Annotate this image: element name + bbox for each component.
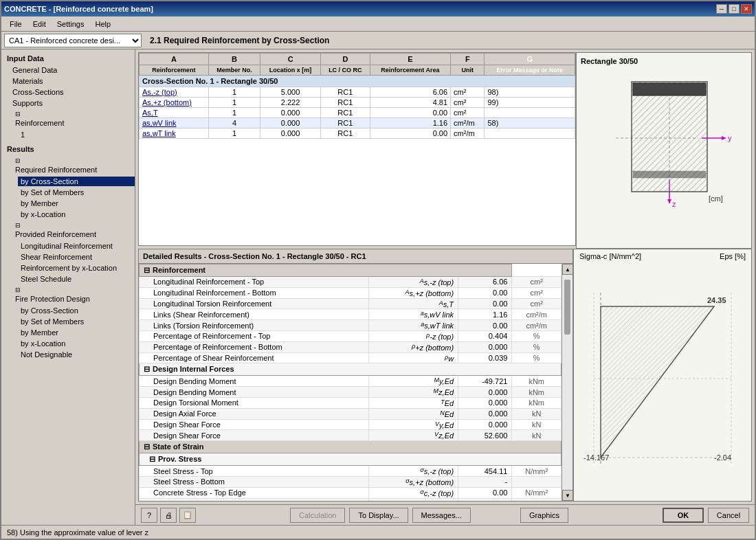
row-location: 0.000 — [260, 128, 321, 139]
cancel-button[interactable]: Cancel — [708, 508, 749, 523]
row-note: 98) — [485, 87, 575, 98]
sidebar-item-materials[interactable]: Materials — [1, 76, 135, 87]
sidebar-item-fire-cross[interactable]: by Cross-Section — [1, 305, 135, 316]
row-member: 1 — [208, 98, 260, 108]
case-dropdown[interactable]: CA1 - Reinforced concrete desi... — [4, 34, 142, 47]
svg-text:[cm]: [cm] — [709, 194, 723, 203]
svg-text:24.35: 24.35 — [707, 296, 726, 304]
sidebar-item-by-member[interactable]: by Member — [1, 198, 135, 209]
detail-row: Design Shear Force Vy,Ed 0.000 kN — [140, 419, 562, 430]
right-buttons: OK Cancel — [663, 508, 749, 523]
collapse-icon-forces[interactable]: ⊟ — [144, 365, 150, 373]
detail-subgroup-stress: ⊟Prov. Stress — [140, 453, 562, 466]
export-button[interactable]: 📋 — [179, 508, 196, 523]
sidebar-item-longitudinal[interactable]: Longitudinal Reinforcement — [1, 240, 135, 251]
left-panel: Input Data General Data Materials Cross-… — [1, 49, 135, 525]
sidebar-item-steel-schedule[interactable]: Steel Schedule — [1, 273, 135, 284]
sidebar-item-supports[interactable]: Supports — [1, 98, 135, 109]
expand-icon-reinforcement: ⊟ — [12, 110, 19, 118]
col-subhead-b: Member No. — [208, 65, 260, 76]
sidebar-item-by-cross-section[interactable]: by Cross-Section — [1, 176, 135, 187]
scroll-thumb[interactable] — [564, 280, 570, 335]
detail-table-scroll[interactable]: Detailed Results - Cross-Section No. 1 -… — [138, 249, 573, 502]
sidebar-item-shear[interactable]: Shear Reinforcement — [1, 251, 135, 262]
row-lc: RC1 — [321, 128, 370, 139]
row-lc: RC1 — [321, 108, 370, 118]
close-button[interactable]: ✕ — [741, 4, 752, 14]
menu-edit[interactable]: Edit — [27, 19, 52, 30]
messages-button[interactable]: Messages... — [412, 508, 471, 523]
col-header-b: B — [208, 54, 260, 65]
ok-button[interactable]: OK — [663, 508, 704, 523]
table-row: As,-z (top) 1 5.000 RC1 6.06 cm² 98) — [140, 87, 575, 98]
col-subhead-e: Reinforcement Area — [370, 65, 450, 76]
graphics-button[interactable]: Graphics — [520, 508, 568, 523]
print-button[interactable]: 🖨 — [160, 508, 177, 523]
row-reinf-type[interactable]: As,-z (top) — [140, 87, 209, 98]
menu-file[interactable]: File — [4, 19, 27, 30]
row-reinf-type[interactable]: as,wV link — [140, 118, 209, 128]
detail-scrollbar[interactable]: ▲ ▼ — [562, 264, 572, 501]
title-bar-buttons: ─ □ ✕ — [716, 4, 752, 14]
row-note — [485, 128, 575, 139]
sidebar-item-reinforcement[interactable]: ⊟Reinforcement — [1, 109, 135, 129]
minimize-button[interactable]: ─ — [716, 4, 727, 14]
collapse-icon[interactable]: ⊟ — [144, 266, 150, 274]
sidebar-item-cross-sections[interactable]: Cross-Sections — [1, 87, 135, 98]
maximize-button[interactable]: □ — [729, 4, 740, 14]
row-area: 4.81 — [370, 98, 450, 108]
row-area: 0.00 — [370, 108, 450, 118]
row-unit: cm² — [451, 108, 485, 118]
main-table-container[interactable]: A B C D E F G Reinforcement — [135, 49, 576, 249]
sidebar-item-not-designable[interactable]: Not Designable — [1, 349, 135, 360]
sidebar-item-fire-member[interactable]: by Member — [1, 327, 135, 338]
menu-settings[interactable]: Settings — [52, 19, 90, 30]
cross-section-drawing: y z — [588, 69, 740, 207]
row-reinf-type[interactable]: as,wT link — [140, 128, 209, 139]
help-button[interactable]: ? — [141, 508, 157, 523]
detail-row: Steel Stress - Top σs,-z (top) 454.11 N/… — [140, 466, 562, 477]
row-member: 1 — [208, 108, 260, 118]
table-row: as,wV link 4 0.000 RC1 1.16 cm²/m 58) — [140, 118, 575, 128]
collapse-icon-stress[interactable]: ⊟ — [149, 455, 155, 463]
menu-help[interactable]: Help — [89, 19, 116, 30]
row-unit: cm²/m — [451, 128, 485, 139]
action-bar: ? 🖨 📋 Calculation To Display... Messages… — [135, 504, 755, 525]
detail-table-wrapper[interactable]: ⊟Reinforcement Longitudinal Reinforcemen… — [139, 264, 572, 501]
main-content: Input Data General Data Materials Cross-… — [1, 49, 755, 525]
detail-row: Steel Stress - Bottom σs,+z (bottom) - — [140, 476, 562, 487]
scroll-down-arrow[interactable]: ▼ — [562, 490, 572, 501]
cross-section-panel: Rectangle 30/50 y z — [576, 52, 752, 249]
col-subhead-d: LC / CO RC — [321, 65, 370, 76]
sidebar-item-by-x-location[interactable]: by x-Location — [1, 209, 135, 220]
row-note: 58) — [485, 118, 575, 128]
calculation-button[interactable]: Calculation — [290, 508, 345, 523]
col-header-g: G — [485, 54, 575, 65]
sidebar-item-reinf-by-x[interactable]: Reinforcement by x-Location — [1, 262, 135, 273]
stress-diagram-header: Sigma-c [N/mm^2] Eps [%] — [574, 249, 751, 263]
row-unit: cm²/m — [451, 118, 485, 128]
sidebar-item-fire-protection[interactable]: ⊟Fire Protection Design — [1, 284, 135, 305]
sidebar-item-fire-set[interactable]: by Set of Members — [1, 316, 135, 327]
svg-text:z: z — [672, 200, 676, 207]
col-subhead-f: Unit — [451, 65, 485, 76]
svg-text:y: y — [728, 134, 732, 142]
sidebar-item-provided-reinf[interactable]: ⊟Provided Reinforcement — [1, 220, 135, 240]
to-display-button[interactable]: To Display... — [349, 508, 408, 523]
row-reinf-type[interactable]: As,T — [140, 108, 209, 118]
sidebar-item-reinf-1[interactable]: 1 — [1, 129, 135, 140]
sidebar-item-required-reinf[interactable]: ⊟Required Reinforcement — [1, 155, 135, 176]
collapse-icon-strain[interactable]: ⊟ — [144, 442, 150, 451]
sidebar-item-by-set-members[interactable]: by Set of Members — [1, 187, 135, 198]
sidebar-item-fire-x[interactable]: by x-Location — [1, 338, 135, 349]
sidebar-item-general-data[interactable]: General Data — [1, 65, 135, 76]
table-row: As,T 1 0.000 RC1 0.00 cm² — [140, 108, 575, 118]
detail-area: Detailed Results - Cross-Section No. 1 -… — [135, 249, 755, 504]
row-lc: RC1 — [321, 118, 370, 128]
scroll-up-arrow[interactable]: ▲ — [562, 264, 572, 275]
right-panels-top: Rectangle 30/50 y z — [576, 49, 755, 249]
detail-row: Design Shear Force Vz,Ed 52.600 kN — [140, 430, 562, 441]
row-member: 4 — [208, 118, 260, 128]
detail-row: Design Bending Moment Mz,Ed 0.000 kNm — [140, 387, 562, 398]
row-reinf-type[interactable]: As,+z (bottom) — [140, 98, 209, 108]
